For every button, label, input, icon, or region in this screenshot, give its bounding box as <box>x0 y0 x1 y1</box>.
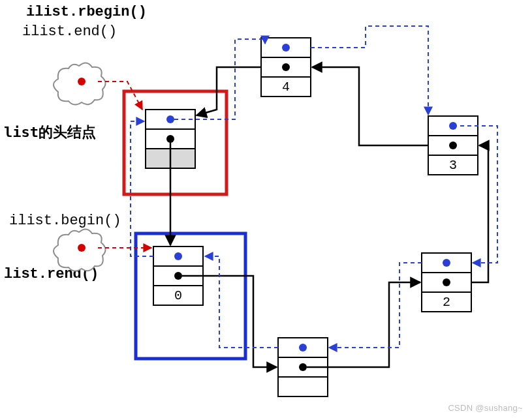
next-dot-icon <box>282 63 290 71</box>
node-2: 2 <box>422 253 471 312</box>
prev-arrow-4-3 <box>311 26 428 115</box>
label-rbegin: ilist.rbegin() <box>26 4 147 20</box>
prev-dot-icon <box>282 44 290 52</box>
list-diagram: ilist.rbegin() ilist.end() list的头结点 ilis… <box>0 0 532 418</box>
prev-dot-icon <box>174 252 182 260</box>
node-0-value: 0 <box>174 288 182 303</box>
next-dot-icon <box>443 278 450 286</box>
prev-dot-icon <box>299 344 307 351</box>
prev-arrow-2-1 <box>329 263 422 348</box>
prev-dot-icon <box>443 259 450 267</box>
prev-arrow-head-4 <box>174 39 265 119</box>
node-4-value: 4 <box>282 80 290 95</box>
prev-dot-icon <box>166 115 174 123</box>
node-3-value: 3 <box>449 158 457 173</box>
node-4: 4 <box>261 38 311 97</box>
prev-arrow-1-0 <box>205 256 278 348</box>
iterator-cloud-end <box>54 63 106 104</box>
label-end: ilist.end() <box>22 23 117 40</box>
svg-rect-10 <box>278 377 328 396</box>
label-begin: ilist.begin() <box>9 213 121 229</box>
svg-point-0 <box>78 78 86 85</box>
next-dot-icon <box>174 272 182 280</box>
svg-point-1 <box>78 244 86 252</box>
node-2-value: 2 <box>443 295 450 310</box>
next-dot-icon <box>299 363 307 371</box>
label-head-node: list的头结点 <box>4 124 96 140</box>
watermark: CSDN @sushang~ <box>448 403 523 413</box>
next-arrow-3-4 <box>312 67 428 145</box>
node-3: 3 <box>428 116 478 175</box>
next-dot-icon <box>449 142 457 149</box>
iterator-cloud-begin <box>54 229 106 271</box>
